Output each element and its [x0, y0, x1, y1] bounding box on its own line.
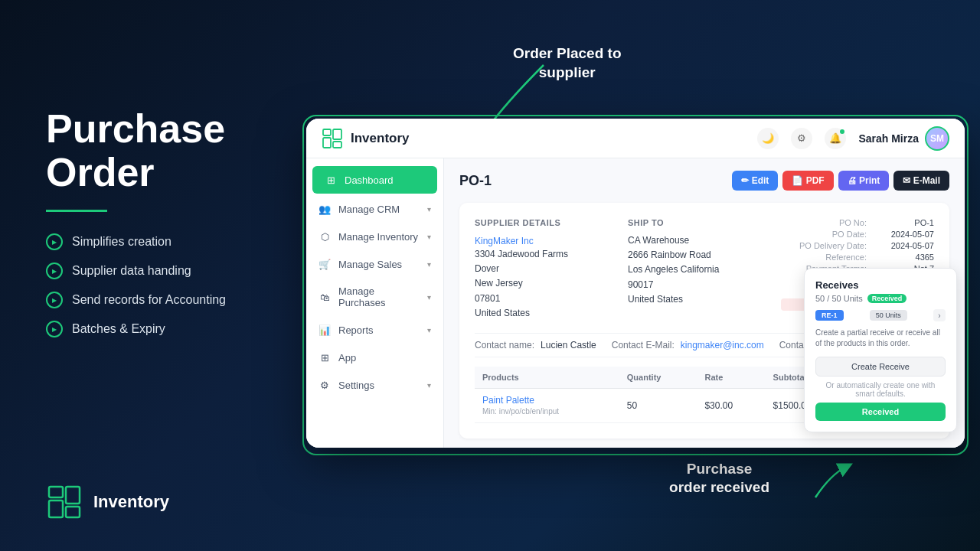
- settings-icon: ⚙: [318, 379, 331, 391]
- receives-count: 50 / 50 Units Received: [815, 294, 946, 303]
- feature-item-3: Send records for Accounting: [46, 292, 306, 308]
- reports-chevron: ▾: [427, 326, 431, 334]
- col-rate: Rate: [697, 367, 765, 389]
- po-number: PO-1: [459, 173, 492, 189]
- app-logo-text: Inventory: [351, 131, 410, 146]
- inventory-chevron: ▾: [427, 233, 431, 241]
- sidebar-item-reports[interactable]: 📊 Reports ▾: [306, 316, 443, 344]
- sidebar-item-dashboard[interactable]: ⊞ Dashboard: [312, 166, 437, 194]
- svg-rect-7: [333, 142, 341, 148]
- svg-rect-0: [49, 487, 63, 497]
- print-button[interactable]: 🖨 Print: [838, 171, 890, 191]
- col-products: Products: [475, 367, 619, 389]
- sidebar-label-reports: Reports: [338, 324, 420, 336]
- sidebar-label-settings: Settings: [338, 380, 420, 391]
- po-actions: ✏ Edit 📄 PDF 🖨 Print ✉ E-Mail: [732, 171, 949, 191]
- feature-label-2: Supplier data handing: [72, 264, 191, 278]
- svg-rect-2: [66, 487, 80, 504]
- bottom-logo-text: Inventory: [93, 492, 169, 512]
- po-no-value: PO-1: [873, 218, 934, 227]
- feature-icon-3: [46, 292, 63, 308]
- product-name-cell: Paint Palette Min: inv/po/cb/en/input: [475, 388, 619, 422]
- re-row: RE-1 50 Units ›: [815, 309, 946, 321]
- sidebar-label-dashboard: Dashboard: [345, 174, 425, 186]
- pdf-button[interactable]: 📄 PDF: [782, 171, 833, 191]
- bottom-arrow-svg: [754, 452, 861, 513]
- edit-button[interactable]: ✏ Edit: [732, 171, 778, 191]
- user-name: Sarah Mirza: [858, 132, 919, 145]
- product-sub: Min: inv/po/cb/en/input: [482, 407, 559, 416]
- sidebar-label-inventory: Manage Inventory: [338, 231, 420, 243]
- title-underline: [46, 210, 107, 212]
- po-no-label: PO No:: [790, 218, 867, 227]
- re-close-btn[interactable]: ›: [933, 309, 946, 321]
- supplier-section-title: Supplier Details: [475, 218, 616, 227]
- inventory-icon: ⬡: [318, 230, 331, 243]
- header-icons: 🌙 ⚙ 🔔 Sarah Mirza SM: [757, 126, 949, 151]
- ship-to-details: Ship To CA Warehouse 2666 Rainbow Road L…: [628, 218, 769, 321]
- sidebar: ⊞ Dashboard 👥 Manage CRM ▾ ⬡ Manage Inve…: [306, 158, 444, 448]
- reference-label: Reference:: [790, 253, 867, 262]
- svg-rect-3: [66, 507, 80, 517]
- receives-desc: Create a partial receive or receive all …: [815, 328, 946, 349]
- feature-label-1: Simplifies creation: [72, 235, 172, 249]
- po-delivery-label: PO Delivery Date:: [790, 241, 867, 250]
- received-button[interactable]: Received: [815, 403, 946, 421]
- page-title: PurchaseOrder: [46, 107, 306, 194]
- email-button[interactable]: ✉ E-Mail: [893, 171, 949, 191]
- feature-label-4: Batches & Expiry: [72, 322, 165, 336]
- bottom-logo: Inventory: [46, 484, 169, 520]
- settings-chevron: ▾: [427, 381, 431, 390]
- sidebar-item-settings[interactable]: ⚙ Settings ▾: [306, 371, 443, 399]
- contact-email-label: Contact E-Mail:: [612, 340, 675, 350]
- app-logo-area: Inventory: [322, 128, 459, 149]
- user-area[interactable]: Sarah Mirza SM: [858, 126, 949, 151]
- sidebar-item-manage-inventory[interactable]: ⬡ Manage Inventory ▾: [306, 223, 443, 250]
- col-quantity: Quantity: [619, 367, 697, 389]
- contact-email-value[interactable]: kingmaker@inc.com: [681, 340, 764, 350]
- contact-name-value: Lucien Castle: [541, 340, 596, 350]
- feature-list: Simplifies creation Supplier data handin…: [46, 233, 306, 337]
- supplier-name[interactable]: KingMaker Inc: [475, 236, 534, 246]
- feature-icon-2: [46, 262, 63, 279]
- quantity-cell: 50: [619, 388, 697, 422]
- sidebar-item-manage-purchases[interactable]: 🛍 Manage Purchases ▾: [306, 278, 443, 316]
- contact-name-field: Contact name: Lucien Castle: [475, 340, 596, 350]
- sidebar-label-crm: Manage CRM: [338, 204, 420, 215]
- po-date-label: PO Date:: [790, 230, 867, 239]
- re-tag[interactable]: RE-1: [815, 310, 844, 321]
- received-badge: Received: [867, 294, 907, 303]
- sidebar-label-app: App: [338, 352, 431, 364]
- search-icon-btn[interactable]: ⚙: [791, 128, 812, 149]
- sidebar-item-app[interactable]: ⊞ App: [306, 344, 443, 371]
- reference-row: Reference: 4365: [781, 253, 934, 262]
- or-text: Or automatically create one with smart d…: [815, 381, 946, 398]
- rate-cell: $30.00: [697, 388, 765, 422]
- sidebar-item-manage-crm[interactable]: 👥 Manage CRM ▾: [306, 195, 443, 223]
- crm-chevron: ▾: [427, 205, 431, 214]
- po-delivery-row: PO Delivery Date: 2024-05-07: [781, 241, 934, 250]
- feature-item-4: Batches & Expiry: [46, 321, 306, 337]
- app-window: Inventory 🌙 ⚙ 🔔 Sarah Mirza SM ⊞ Dashboa…: [306, 119, 965, 448]
- po-delivery-value: 2024-05-07: [873, 241, 934, 250]
- purchases-chevron: ▾: [427, 293, 431, 302]
- svg-rect-4: [323, 129, 331, 135]
- sidebar-label-sales: Manage Sales: [338, 259, 420, 270]
- left-panel: PurchaseOrder Simplifies creation Suppli…: [46, 107, 306, 337]
- po-date-row: PO Date: 2024-05-07: [781, 230, 934, 239]
- sidebar-item-manage-sales[interactable]: 🛒 Manage Sales ▾: [306, 250, 443, 278]
- re-units: 50 Units: [870, 310, 907, 321]
- feature-item-1: Simplifies creation: [46, 233, 306, 250]
- reports-icon: 📊: [318, 324, 331, 336]
- dark-mode-toggle[interactable]: 🌙: [757, 128, 779, 149]
- purchases-icon: 🛍: [318, 291, 331, 303]
- product-link[interactable]: Paint Palette: [482, 395, 534, 406]
- notification-btn[interactable]: 🔔: [825, 128, 846, 149]
- po-no-row: PO No: PO-1: [781, 218, 934, 227]
- feature-label-3: Send records for Accounting: [72, 293, 226, 307]
- receives-popup: Receives 50 / 50 Units Received RE-1 50 …: [804, 268, 957, 432]
- user-avatar: SM: [925, 126, 949, 151]
- app-icon: ⊞: [318, 351, 331, 364]
- po-date-value: 2024-05-07: [873, 230, 934, 239]
- create-receive-button[interactable]: Create Receive: [815, 357, 946, 377]
